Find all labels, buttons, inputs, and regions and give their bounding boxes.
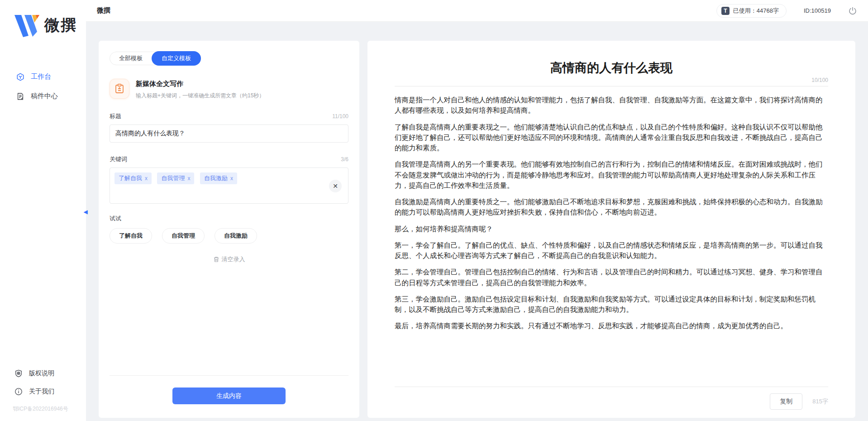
keywords-field-header: 关键词 3/6: [110, 155, 348, 163]
article-paragraph: 第二，学会管理自己。管理自己包括控制自己的情绪、行为和言语，以及管理自己的时间和…: [395, 267, 828, 288]
article-footer: 复制 815字: [395, 387, 828, 410]
template-tabs: 全部模板 自定义模板: [110, 52, 201, 65]
article-title-counter: 10/100: [395, 77, 828, 83]
article-paragraph: 自我管理是高情商人的另一个重要表现。他们能够有效地控制自己的言行和行为，控制自己…: [395, 159, 828, 191]
clear-input-label: 清空录入: [222, 255, 245, 263]
template-form-panel: 全部模板 自定义模板 新媒体全文写作 输入标题+关键词，: [99, 41, 359, 418]
sidebar-item-workspace[interactable]: 工作台: [0, 68, 86, 86]
clear-input-button[interactable]: 清空录入: [213, 255, 245, 263]
article-paragraph: 了解自我是高情商人的重要表现之一。他们能够清楚地认识自己的优点和缺点，以及自己的…: [395, 122, 828, 153]
app-root: 微撰 工作台: [0, 0, 868, 421]
generate-content-button[interactable]: 生成内容: [172, 388, 286, 404]
template-meta: 新媒体全文写作 输入标题+关键词，一键准确生成所需文章（约15秒）: [136, 79, 264, 100]
keyword-tag-label: 自我激励: [204, 174, 228, 182]
topbar-right: T 已使用：44768字 ID:100519: [716, 4, 857, 18]
title-field-header: 标题 11/100: [110, 112, 348, 120]
tab-all-templates[interactable]: 全部模板: [110, 52, 152, 65]
document-edit-icon: [16, 92, 24, 100]
keyword-tag-label: 自我管理: [161, 174, 185, 182]
sidebar-item-drafts[interactable]: 稿件中心: [0, 87, 86, 105]
sidebar-item-label: 关于我们: [29, 388, 54, 396]
info-icon: [14, 388, 23, 396]
topbar: 微撰 T 已使用：44768字 ID:100519: [86, 0, 868, 22]
sidebar-menu: 工作台 稿件中心: [0, 68, 86, 105]
title-field-label: 标题: [110, 112, 121, 120]
trash-icon: [213, 256, 219, 263]
keyword-tag-label: 了解自我: [119, 174, 142, 182]
article-paragraph: 情商是指一个人对自己和他人的情感的认知和管理能力，包括了解自我、自我管理、自我激…: [395, 95, 828, 116]
main-area: 微撰 T 已使用：44768字 ID:100519 全部: [86, 0, 868, 421]
sidebar-item-label: 版权说明: [29, 369, 54, 378]
brand-logo-icon: [14, 14, 40, 37]
remove-keyword-icon[interactable]: x: [230, 175, 233, 182]
copy-button[interactable]: 复制: [770, 393, 802, 410]
tab-custom-templates[interactable]: 自定义模板: [152, 51, 201, 66]
article-paragraph: 第一，学会了解自己。了解自己的优点、缺点、个性特质和偏好，以及自己的情感状态和情…: [395, 240, 828, 261]
try-section-label: 试试: [110, 215, 348, 223]
word-count: 815字: [812, 397, 828, 406]
shield-copyright-icon: [14, 369, 23, 378]
keyword-tag: 了解自我 x: [114, 172, 152, 184]
keyword-tag: 自我激励 x: [200, 172, 237, 184]
title-input[interactable]: [110, 124, 348, 143]
try-suggestion-button[interactable]: 了解自我: [110, 228, 152, 244]
clear-keywords-button[interactable]: ✕: [329, 180, 342, 192]
page-title: 微撰: [97, 6, 110, 15]
brand-logo-text: 微撰: [44, 15, 77, 36]
sidebar-item-label: 工作台: [31, 72, 51, 81]
keywords-counter: 3/6: [341, 156, 348, 163]
article-paragraph: 第三，学会激励自己。激励自己包括设定目标和计划、自我激励和自我奖励等方式。可以通…: [395, 294, 828, 315]
article-paragraph: 那么，如何培养和提高情商呢？: [395, 224, 828, 234]
sidebar: 微撰 工作台: [0, 0, 86, 421]
article-panel: 高情商的人有什么表现 10/100 情商是指一个人对自己和他人的情感的认知和管理…: [367, 41, 855, 418]
divider: [395, 86, 828, 86]
try-suggestion-button[interactable]: 自我管理: [162, 228, 205, 244]
sidebar-footer: 版权说明 关于我们 鄂ICP备2022016946号: [0, 364, 86, 421]
article-paragraph: 最后，培养高情商需要长期的努力和实践。只有通过不断地学习、反思和实践，才能够提高…: [395, 321, 828, 331]
template-description: 输入标题+关键词，一键准确生成所需文章（约15秒）: [136, 92, 264, 100]
text-usage-icon: T: [721, 7, 730, 15]
brand-logo: 微撰: [0, 0, 86, 37]
usage-label: 已使用：44768字: [733, 7, 779, 15]
keywords-field-label: 关键词: [110, 155, 127, 163]
sidebar-item-copyright[interactable]: 版权说明: [0, 364, 86, 383]
try-suggestion-button[interactable]: 自我激励: [215, 228, 257, 244]
template-card[interactable]: 新媒体全文写作 输入标题+关键词，一键准确生成所需文章（约15秒）: [110, 79, 348, 100]
sidebar-item-about[interactable]: 关于我们: [0, 383, 86, 401]
workspace-icon: [16, 73, 24, 81]
usage-badge[interactable]: T 已使用：44768字: [716, 4, 787, 18]
remove-keyword-icon[interactable]: x: [145, 175, 148, 182]
logout-power-icon[interactable]: [848, 6, 857, 15]
user-id: ID:100519: [804, 7, 831, 14]
keywords-input-area[interactable]: 了解自我 x 自我管理 x 自我激励 x ✕: [110, 167, 348, 204]
remove-keyword-icon[interactable]: x: [187, 175, 190, 182]
article-title: 高情商的人有什么表现: [395, 60, 828, 76]
content: 全部模板 自定义模板 新媒体全文写作 输入标题+关键词，: [86, 22, 868, 421]
close-icon: ✕: [333, 182, 338, 190]
keyword-tag: 自我管理 x: [157, 172, 194, 184]
template-title: 新媒体全文写作: [136, 80, 264, 88]
icp-number: 鄂ICP备2022016946号: [0, 401, 86, 415]
clipboard-icon: [110, 79, 129, 99]
form-bottom: 生成内容: [110, 375, 348, 410]
title-char-counter: 11/100: [332, 113, 348, 120]
sidebar-item-label: 稿件中心: [31, 92, 58, 100]
article-body: 情商是指一个人对自己和他人的情感的认知和管理能力，包括了解自我、自我管理、自我激…: [395, 95, 828, 337]
divider: [110, 375, 348, 376]
try-suggestions: 了解自我 自我管理 自我激励: [110, 228, 348, 244]
chevron-left-icon: ◀: [83, 209, 87, 215]
sidebar-collapse-button[interactable]: ◀: [82, 206, 89, 218]
article-paragraph: 自我激励是高情商人的重要特质之一。他们能够激励自己不断地追求目标和梦想，克服困难…: [395, 196, 828, 218]
